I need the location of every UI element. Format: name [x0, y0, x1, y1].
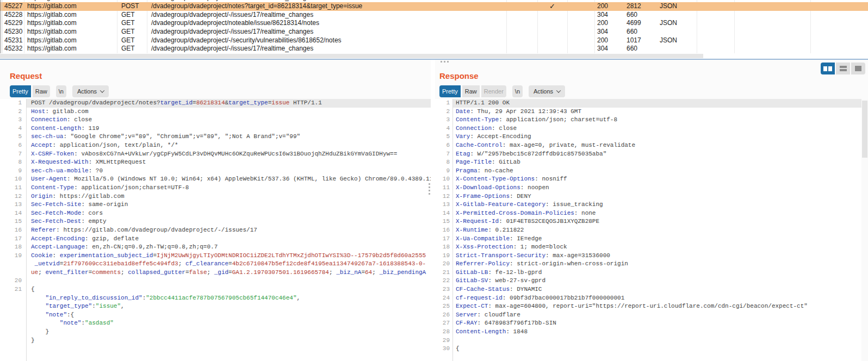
code-row: 21GitLab-LB: fe-12-lb-gprd: [435, 269, 868, 277]
cell-length: 660: [627, 11, 637, 20]
cell-method: GET: [121, 11, 135, 20]
cell-id: 45229: [4, 19, 22, 28]
table-row[interactable]: 45227https://gitlab.comPOST/dvadegroup/d…: [0, 2, 868, 11]
code-text: _uetvid=21f797609cc311eba1d8effe5c494fd3…: [31, 260, 426, 269]
table-row[interactable]: 45228https://gitlab.comGET/dvadegroup/dv…: [0, 11, 868, 20]
response-tab-render[interactable]: Render: [481, 85, 506, 97]
cell-url: /dvadegroup/dvadeproject/notes?target_id…: [151, 2, 362, 11]
line-number: 1: [0, 99, 22, 108]
code-text: GitLab-LB: fe-12-lb-gprd: [456, 269, 542, 277]
code-text: "note":"asdasd": [31, 319, 114, 328]
line-number: 6: [0, 141, 22, 150]
code-text: X-Runtime: 0.211822: [456, 226, 524, 235]
splitter-drag-handle[interactable]: [441, 61, 451, 63]
cell-mime: JSON: [660, 19, 677, 28]
code-row: "note":"asdasd": [0, 319, 431, 328]
cell-host: https://gitlab.com: [27, 36, 77, 45]
cell-mime: JSON: [660, 2, 677, 11]
code-text: Expect-CT: max-age=604800, report-uri="h…: [456, 302, 808, 311]
line-number: 3: [0, 116, 22, 125]
code-row: 8Page-Title: GitLab: [435, 158, 868, 167]
code-text: sec-ch-ua: "Google Chrome";v="89", "Chro…: [31, 133, 300, 141]
cell-status: 200: [597, 36, 608, 45]
code-text: Connection: close: [456, 125, 517, 133]
line-number: 1: [435, 99, 450, 108]
code-row: "target_type":"issue",: [0, 302, 431, 311]
table-row[interactable]: 45232https://gitlab.comGET/dvadegroup/dv…: [0, 45, 868, 53]
code-text: X-Requested-With: XMLHttpRequest: [31, 158, 146, 167]
code-text: Sec-Fetch-Site: same-origin: [31, 201, 128, 209]
code-row: 13Sec-Fetch-Site: same-origin: [0, 201, 431, 209]
request-tab-pretty[interactable]: Pretty: [10, 85, 31, 97]
code-row: 1HTTP/1.1 200 OK: [435, 99, 868, 108]
line-number: 5: [435, 133, 450, 141]
line-number: 28: [435, 328, 450, 337]
chevron-down-icon: [100, 88, 104, 92]
code-text: {: [31, 285, 35, 294]
response-tab-newline[interactable]: \n: [512, 85, 523, 97]
response-tab-pretty[interactable]: Pretty: [439, 85, 461, 97]
line-number: 14: [0, 209, 22, 218]
table-row[interactable]: 45230https://gitlab.comGET/dvadegroup/dv…: [0, 28, 868, 36]
layout-rows-button[interactable]: [836, 63, 850, 74]
code-text: Content-Type: application/json;charset=U…: [31, 184, 189, 192]
code-text: Etag: W/"2957bebc15c872dffdb91c8575035ab…: [456, 150, 606, 159]
cell-url: /dvadegroup/dvadeproject/noteable/issue/…: [151, 19, 319, 28]
request-editor[interactable]: 1POST /dvadegroup/dvadeproject/notes?tar…: [0, 99, 431, 361]
cell-url: /dvadegroup/dvadeproject/-/issues/17/rea…: [151, 11, 313, 20]
code-row: 10User-Agent: Mozilla/5.0 (Windows NT 10…: [0, 175, 431, 184]
code-row: 2Date: Thu, 29 Apr 2021 12:39:43 GMT: [435, 108, 868, 116]
code-row: 15X-Request-Id: 01F4ET8S2CEQOSJB1XYQZB28…: [435, 217, 868, 226]
line-number: 12: [435, 192, 450, 201]
request-actions-label: Actions: [77, 85, 97, 97]
request-tab-newline[interactable]: \n: [56, 85, 66, 97]
table-row[interactable]: 45229https://gitlab.comGET/dvadegroup/dv…: [0, 19, 868, 28]
cell-method: POST: [121, 2, 139, 11]
code-text: Referer: https://gitlab.com/dvadegroup/d…: [31, 226, 257, 235]
layout-single-button[interactable]: [851, 63, 865, 74]
request-tab-raw[interactable]: Raw: [33, 85, 50, 97]
code-row: 28Content-Length: 1848: [435, 328, 868, 337]
chevron-down-icon: [556, 88, 561, 92]
code-row: 1POST /dvadegroup/dvadeproject/notes?tar…: [0, 99, 431, 108]
request-actions-button[interactable]: Actions: [72, 85, 109, 97]
line-number: 30: [435, 345, 450, 353]
line-number: 4: [435, 125, 450, 133]
code-row: 16Referer: https://gitlab.com/dvadegroup…: [0, 226, 431, 235]
line-number: 27: [435, 319, 450, 328]
code-row: 29: [435, 337, 868, 345]
table-horizontal-scrollbar[interactable]: [0, 53, 868, 59]
response-tab-raw[interactable]: Raw: [462, 85, 480, 97]
code-row: 21{: [0, 285, 431, 294]
code-text: CF-RAY: 6478983f796f17bb-SIN: [456, 319, 556, 328]
layout-columns-button[interactable]: [821, 63, 835, 74]
line-number: 19: [0, 252, 22, 260]
line-number: 2: [435, 108, 450, 116]
code-row: 3Content-Type: application/json; charset…: [435, 116, 868, 125]
line-number: 8: [435, 158, 450, 167]
line-number: 11: [435, 184, 450, 192]
code-row: 20: [0, 277, 431, 285]
code-row: 9Pragma: no-cache: [435, 167, 868, 176]
response-actions-button[interactable]: Actions: [529, 85, 565, 97]
code-row: 14X-Permitted-Cross-Domain-Policies: non…: [435, 209, 868, 218]
line-number: 7: [0, 150, 22, 159]
line-number: 4: [0, 125, 22, 133]
table-row[interactable]: 45231https://gitlab.comGET/dvadegroup/dv…: [0, 36, 868, 45]
scrollbar-thumb[interactable]: [862, 101, 867, 158]
scrollbar-thumb[interactable]: [0, 54, 703, 58]
code-text: User-Agent: Mozilla/5.0 (Windows NT 10.0…: [31, 175, 431, 184]
code-text: POST /dvadegroup/dvadeproject/notes?targ…: [31, 99, 322, 108]
code-text: X-Download-Options: noopen: [456, 184, 549, 192]
panel-splitter-drag-handle[interactable]: [429, 183, 430, 195]
cell-status: 304: [597, 11, 608, 20]
response-vertical-scrollbar[interactable]: [861, 99, 868, 361]
code-row: 17Accept-Encoding: gzip, deflate: [0, 235, 431, 244]
line-number: 29: [435, 337, 450, 345]
code-text: ue; event_filter=comments; collapsed_gut…: [31, 269, 426, 277]
line-number: 25: [435, 302, 450, 311]
code-text: Accept-Language: en,zh-CN;q=0.9,zh-TW;q=…: [31, 243, 218, 252]
code-row: 3Connection: close: [0, 116, 431, 125]
cell-url: /dvadegroup/dvadeproject/-/issues/17/rea…: [151, 45, 313, 53]
response-editor[interactable]: 1HTTP/1.1 200 OK2Date: Thu, 29 Apr 2021 …: [435, 99, 868, 361]
